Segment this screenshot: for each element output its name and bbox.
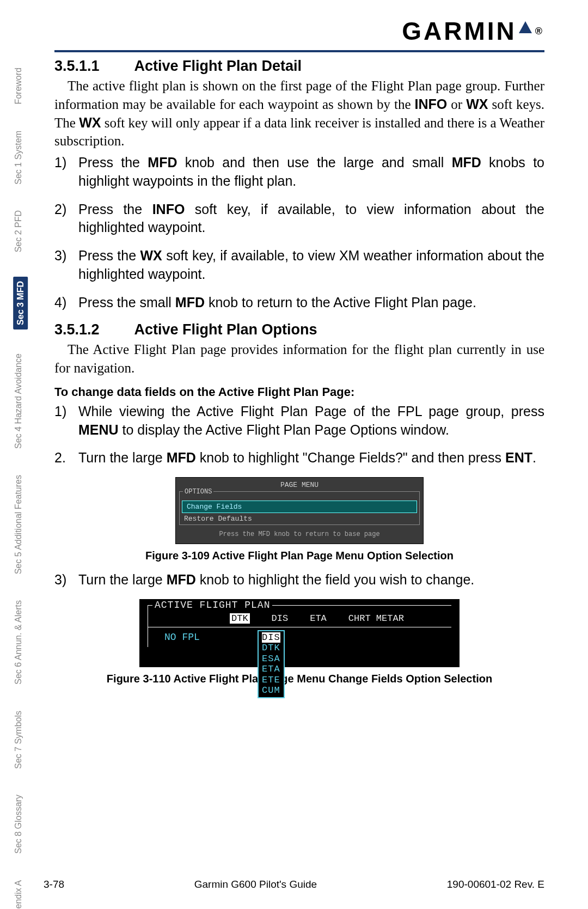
col-dtk: DTK bbox=[230, 613, 250, 624]
col-dis: DIS bbox=[272, 613, 289, 624]
dd-esa: ESA bbox=[262, 654, 280, 664]
tab-foreword: Foreword bbox=[13, 65, 23, 107]
dd-ete: ETE bbox=[262, 675, 280, 686]
tab-appendix-a: Appendix A bbox=[13, 878, 23, 909]
doc-revision: 190-00601-02 Rev. E bbox=[447, 879, 544, 890]
s2-steps-cont: 3)Turn the large MFD knob to highlight t… bbox=[54, 571, 544, 589]
heading-3511: 3.5.1.1 Active Flight Plan Detail bbox=[54, 58, 544, 75]
section-tabs: Foreword Sec 1 System Sec 2 PFD Sec 3 MF… bbox=[13, 65, 45, 909]
heading-number: 3.5.1.1 bbox=[54, 58, 131, 75]
tab-sec7: Sec 7 Symbols bbox=[13, 709, 23, 771]
step-4: 4)Press the small MFD knob to return to … bbox=[54, 294, 544, 312]
tab-sec1: Sec 1 System bbox=[13, 129, 23, 187]
page-header: GARMIN ® bbox=[54, 16, 544, 52]
tab-sec8: Sec 8 Glossary bbox=[13, 792, 23, 856]
step-1: 1)Press the MFD knob and then use the la… bbox=[54, 154, 544, 191]
tab-sec3: Sec 3 MFD bbox=[13, 277, 28, 330]
menu-title: PAGE MENU bbox=[179, 481, 420, 489]
step2-2: 2.Turn the large MFD knob to highlight "… bbox=[54, 449, 544, 467]
figure-110-caption: Figure 3-110 Active Flight Plan Page Men… bbox=[54, 673, 544, 685]
figure-109-screenshot: PAGE MENU OPTIONS Change Fields Restore … bbox=[175, 477, 424, 544]
field-dropdown: DIS DTK ESA ETA ETE CUM bbox=[258, 630, 285, 698]
afp-frame: ACTIVE FLIGHT PLAN DTK DIS ETA CHRT META… bbox=[148, 605, 451, 647]
tab-sec6: Sec 6 Annun. & Alerts bbox=[13, 598, 23, 687]
dd-cum: CUM bbox=[262, 685, 280, 696]
option-restore-defaults: Restore Defaults bbox=[180, 513, 419, 524]
dd-eta: ETA bbox=[262, 664, 280, 675]
s2-steps: 1)While viewing the Active Flight Plan P… bbox=[54, 402, 544, 467]
step-2: 2)Press the INFO soft key, if available,… bbox=[54, 200, 544, 237]
options-box: OPTIONS Change Fields Restore Defaults bbox=[179, 491, 420, 525]
step-3: 3)Press the WX soft key, if available, t… bbox=[54, 247, 544, 284]
options-label: OPTIONS bbox=[183, 488, 213, 496]
col-chrt-metar: CHRT METAR bbox=[348, 613, 404, 624]
hint-text: Press the MFD knob to return to base pag… bbox=[179, 528, 420, 540]
heading-title: Active Flight Plan Detail bbox=[134, 58, 302, 74]
dd-dis: DIS bbox=[262, 632, 280, 643]
tab-sec4: Sec 4 Hazard Avoidance bbox=[13, 351, 23, 451]
frame-label: ACTIVE FLIGHT PLAN bbox=[152, 600, 272, 611]
s1-steps: 1)Press the MFD knob and then use the la… bbox=[54, 154, 544, 312]
dd-dtk: DTK bbox=[262, 643, 280, 654]
no-fpl-text: NO FPL bbox=[148, 627, 451, 647]
delta-icon bbox=[519, 21, 532, 33]
registered-mark: ® bbox=[535, 26, 544, 37]
option-change-fields: Change Fields bbox=[182, 501, 417, 513]
s1-paragraph: The active flight plan is shown on the f… bbox=[54, 77, 544, 150]
footer-title: Garmin G600 Pilot's Guide bbox=[194, 879, 317, 890]
s2-subheading: To change data fields on the Active Flig… bbox=[54, 385, 544, 399]
page-number: 3-78 bbox=[44, 879, 64, 890]
tab-sec5: Sec 5 Additional Features bbox=[13, 473, 23, 576]
step2-3: 3)Turn the large MFD knob to highlight t… bbox=[54, 571, 544, 589]
figure-110-screenshot: ACTIVE FLIGHT PLAN DTK DIS ETA CHRT META… bbox=[139, 599, 460, 667]
heading-title: Active Flight Plan Options bbox=[134, 321, 317, 338]
heading-number: 3.5.1.2 bbox=[54, 321, 131, 338]
tab-sec2: Sec 2 PFD bbox=[13, 208, 23, 254]
brand-text: GARMIN bbox=[402, 16, 517, 46]
col-eta: ETA bbox=[310, 613, 327, 624]
step2-1: 1)While viewing the Active Flight Plan P… bbox=[54, 402, 544, 440]
garmin-logo: GARMIN ® bbox=[402, 16, 544, 46]
page-footer: 3-78 Garmin G600 Pilot's Guide 190-00601… bbox=[44, 879, 544, 890]
s2-paragraph: The Active Flight Plan page provides inf… bbox=[54, 340, 544, 377]
heading-3512: 3.5.1.2 Active Flight Plan Options bbox=[54, 321, 544, 338]
figure-109-caption: Figure 3-109 Active Flight Plan Page Men… bbox=[54, 550, 544, 562]
